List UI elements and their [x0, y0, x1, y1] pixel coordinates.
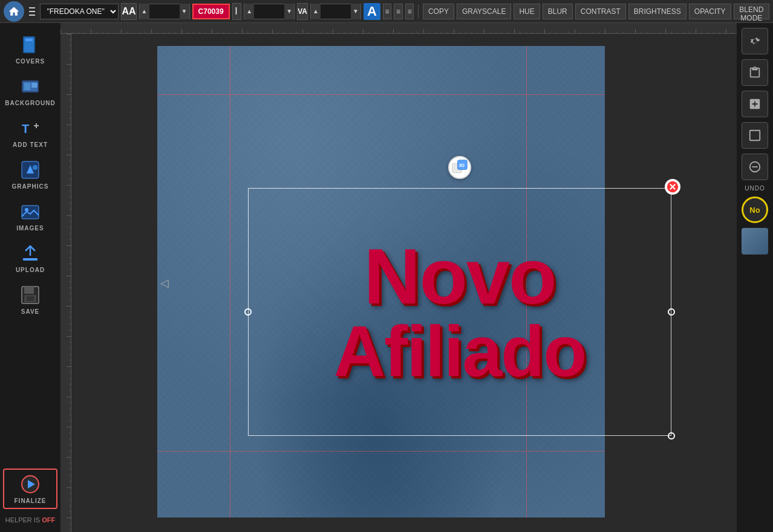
- font-size-value[interactable]: 175: [149, 7, 180, 16]
- grayscale-button[interactable]: GRAYSCALE: [457, 4, 511, 19]
- undo-text: UNDO: [745, 185, 765, 192]
- tracking-value[interactable]: 200: [254, 7, 284, 16]
- font-size-down[interactable]: ▲: [140, 4, 149, 19]
- tracking-icon: I: [232, 3, 242, 20]
- contrast-button[interactable]: CONTRAST: [575, 4, 626, 19]
- sidebar-bottom: FINALIZE HELPER IS OFF: [0, 469, 60, 526]
- left-sidebar: COVERS BACKGROUND T ADD TEXT: [0, 23, 60, 532]
- svg-text:3D: 3D: [458, 163, 465, 168]
- helper-text-label: HELPER IS: [5, 516, 42, 524]
- kerning-up[interactable]: ▼: [351, 4, 360, 19]
- tracking-input[interactable]: ▲ 200 ▼: [244, 4, 295, 19]
- canvas-content[interactable]: ◁ 3D: [60, 34, 737, 532]
- text-line-2[interactable]: Afiliado: [334, 316, 586, 387]
- brightness-button[interactable]: BRIGHTNESS: [628, 4, 687, 19]
- close-text-element-button[interactable]: [665, 179, 680, 195]
- svg-rect-17: [24, 287, 34, 294]
- crop-button[interactable]: [742, 122, 768, 149]
- covers-label: COVERS: [16, 58, 45, 65]
- text-element[interactable]: 3D Novo Afiliado: [248, 188, 671, 436]
- tracking-down[interactable]: ▲: [244, 4, 254, 19]
- menu-button[interactable]: [27, 3, 38, 20]
- sidebar-item-finalize[interactable]: FINALIZE: [3, 469, 57, 509]
- undo-label: UNDO: [742, 185, 768, 192]
- ruler-horizontal: [60, 23, 737, 34]
- font-selector[interactable]: "FREDOKA ONE": [40, 4, 119, 19]
- undo-button[interactable]: No: [742, 196, 768, 223]
- kerning-value[interactable]: 0: [321, 7, 351, 16]
- separator-1: [418, 4, 419, 19]
- save-label: SAVE: [21, 308, 40, 315]
- guideline-vertical-1: [230, 46, 230, 517]
- font-size-input[interactable]: ▲ 175 ▼: [139, 4, 190, 19]
- helper-status-value: OFF: [42, 516, 55, 524]
- upload-label: UPLOAD: [16, 267, 45, 273]
- remove-button[interactable]: [742, 154, 768, 180]
- guideline-horizontal-2: [157, 451, 605, 452]
- svg-point-12: [33, 165, 38, 170]
- resize-handle-right[interactable]: [668, 308, 675, 316]
- sidebar-item-graphics[interactable]: GRAPHICS: [3, 154, 57, 195]
- align-right-button[interactable]: ≡: [405, 4, 414, 19]
- tracking-up[interactable]: ▼: [284, 4, 294, 19]
- kerning-input[interactable]: ▲ 0 ▼: [310, 4, 361, 19]
- sidebar-item-covers[interactable]: COVERS: [3, 29, 57, 70]
- color-button[interactable]: C70039: [192, 4, 230, 19]
- sidebar-item-upload[interactable]: UPLOAD: [3, 238, 57, 278]
- kerning-icon: VA: [297, 3, 308, 20]
- blend-mode-button[interactable]: BLEND MODE: [734, 4, 769, 19]
- canvas-area: ◁ 3D: [60, 23, 737, 532]
- graphics-label: GRAPHICS: [12, 183, 49, 190]
- settings-button[interactable]: [742, 28, 768, 54]
- sidebar-item-save[interactable]: SAVE: [3, 279, 57, 320]
- text-line-1[interactable]: Novo: [364, 237, 556, 316]
- finalize-label: FINALIZE: [15, 498, 47, 504]
- undo-symbol: No: [749, 206, 760, 215]
- add-button[interactable]: [742, 91, 768, 117]
- svg-rect-5: [24, 83, 30, 90]
- hue-button[interactable]: HUE: [514, 4, 540, 19]
- blur-button[interactable]: BLUR: [543, 4, 573, 19]
- collapse-panel-button[interactable]: ◁: [160, 276, 169, 290]
- right-sidebar: UNDO No: [737, 23, 773, 532]
- svg-text:T: T: [22, 122, 29, 135]
- svg-rect-40: [750, 131, 760, 141]
- guideline-horizontal-1: [157, 94, 605, 95]
- align-center-button[interactable]: ≡: [394, 4, 403, 19]
- opacity-button[interactable]: OPACITY: [689, 4, 731, 19]
- font-size-icon: AA: [121, 3, 136, 20]
- sidebar-item-add-text[interactable]: T ADD TEXT: [3, 112, 57, 153]
- kerning-down[interactable]: ▲: [311, 4, 321, 19]
- svg-rect-6: [31, 83, 38, 88]
- background-label: BACKGROUND: [5, 100, 55, 106]
- align-left-button[interactable]: ≡: [383, 4, 392, 19]
- images-label: IMAGES: [16, 225, 44, 232]
- font-size-up[interactable]: ▼: [180, 4, 189, 19]
- toolbar: "FREDOKA ONE" AA ▲ 175 ▼ C70039 I ▲ 200 …: [0, 0, 773, 23]
- clipboard-button[interactable]: [742, 59, 768, 86]
- svg-rect-33: [60, 34, 71, 532]
- home-button[interactable]: [4, 1, 24, 22]
- text-content: Novo Afiliado: [249, 189, 671, 435]
- svg-rect-19: [27, 296, 34, 301]
- main-area: COVERS BACKGROUND T ADD TEXT: [0, 23, 773, 532]
- ruler-vertical: [60, 34, 71, 532]
- add-text-label: ADD TEXT: [13, 141, 48, 148]
- svg-rect-2: [25, 39, 33, 41]
- 3d-button[interactable]: 3D: [448, 156, 471, 179]
- sidebar-item-background[interactable]: BACKGROUND: [3, 71, 57, 111]
- resize-handle-bottom-right[interactable]: [668, 432, 675, 440]
- svg-rect-27: [60, 23, 737, 34]
- svg-rect-15: [23, 258, 38, 261]
- helper-status: HELPER IS OFF: [3, 514, 58, 526]
- text-style-button[interactable]: A: [364, 3, 380, 20]
- sidebar-item-images[interactable]: IMAGES: [3, 196, 57, 236]
- resize-handle-left[interactable]: [244, 308, 252, 316]
- copy-button[interactable]: COPY: [423, 4, 454, 19]
- background-preview[interactable]: [742, 228, 768, 255]
